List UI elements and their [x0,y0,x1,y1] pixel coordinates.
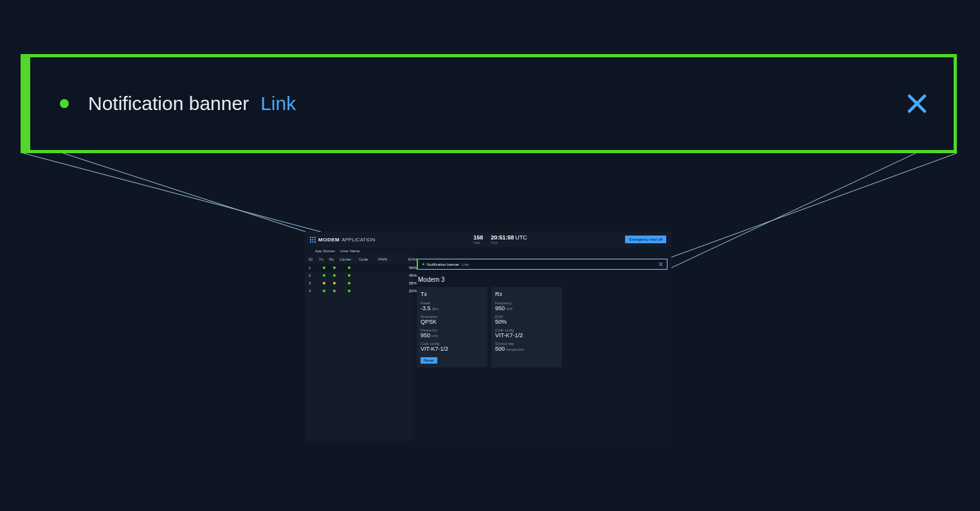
sidebar: ID Tx Rx Carrier Code PWR EVM 156%245%35… [305,255,413,441]
tx-card: Tx Power -3.5dBm Modulation QPSK Frequen… [417,287,487,367]
sidebar-row[interactable]: 422% [305,287,413,295]
sidebar-row[interactable]: 358% [305,279,413,287]
tx-dot-icon [323,290,325,292]
app-header: MODEM APPLICATION 158 Date 20:51:58UTC T… [305,232,671,247]
tx-dot-icon [323,282,325,284]
rx-dot-icon [333,290,336,292]
svg-rect-11 [314,239,316,240]
time-block: 20:51:58UTC Time [491,234,527,245]
date-block: 158 Date [473,234,483,245]
rx-card: Rx Frequency 950mHz EVM 50% Code config … [491,287,562,367]
svg-line-4 [671,153,957,257]
rx-dot-icon [333,282,336,284]
col-id: ID [309,257,319,261]
col-rx: Rx [329,257,340,261]
row-id: 4 [309,289,319,293]
tx-freq-value: 950mHz [421,332,484,339]
rx-code-value: VIT-K7-1/2 [495,332,558,339]
status-dot-icon [422,263,424,265]
status-dot-icon [60,99,69,108]
notification-banner-zoom: Notification banner Link [21,54,957,153]
rx-evm-value: 50% [495,319,558,325]
carrier-dot-icon [348,290,350,292]
rx-freq-value: 950mHz [495,305,558,311]
col-carrier: Carrier [340,257,359,261]
app-window: MODEM APPLICATION 158 Date 20:51:58UTC T… [305,232,671,441]
banner-accent [24,57,30,150]
carrier-dot-icon [348,266,350,269]
tx-power-value: -3.5dBm [421,305,484,311]
banner-link[interactable]: Link [462,263,469,266]
close-icon[interactable] [905,91,929,116]
breadcrumb-2: User Name [340,249,359,253]
row-id: 3 [309,281,319,285]
row-id: 2 [309,274,319,277]
menu-icon[interactable] [310,237,316,243]
rx-dot-icon [333,266,336,269]
sidebar-row[interactable]: 156% [305,264,413,272]
time-label: Time [491,241,498,245]
reset-button[interactable]: Reset [421,357,437,364]
tx-dot-icon [323,266,325,269]
notification-banner: Notification banner Link [417,259,667,270]
svg-rect-10 [313,239,314,240]
svg-line-5 [670,153,916,268]
svg-rect-12 [310,241,311,243]
tx-title: Tx [421,291,484,297]
date-label: Date [473,241,480,245]
banner-link[interactable]: Link [260,93,296,115]
tx-dot-icon [323,274,325,277]
rx-sym-value: 500samples/sec [495,346,558,352]
panel-title: Modem 3 [418,276,667,283]
breadcrumb: App Screen User Name [305,247,671,255]
emergency-button[interactable]: Emergency shut off [625,236,666,243]
app-title-2: APPLICATION [341,237,375,243]
rx-title: Rx [495,291,558,297]
svg-rect-8 [314,237,316,238]
time-value: 20:51:58UTC [491,234,527,241]
tx-mod-value: QPSK [421,319,484,325]
main-panel: Notification banner Link Modem 3 Tx Powe… [413,255,671,441]
carrier-dot-icon [348,274,350,277]
col-pwr: PWR [378,257,397,261]
tx-code-value: VIT-K7-1/2 [421,346,484,352]
close-icon[interactable] [658,262,663,266]
svg-rect-13 [313,241,314,243]
svg-rect-6 [310,237,311,238]
banner-accent [417,259,418,270]
svg-rect-9 [310,239,311,240]
svg-rect-7 [313,237,314,238]
date-value: 158 [473,234,483,241]
banner-text: Notification banner [88,93,249,115]
banner-text: Notification banner [427,263,459,266]
sidebar-header: ID Tx Rx Carrier Code PWR EVM [305,255,413,264]
col-code: Code [359,257,378,261]
svg-rect-14 [314,241,316,243]
carrier-dot-icon [348,282,350,284]
app-title-1: MODEM [318,237,340,243]
sidebar-row[interactable]: 245% [305,272,413,279]
row-id: 1 [309,266,319,270]
rx-dot-icon [333,274,336,277]
breadcrumb-1: App Screen [315,249,335,253]
col-tx: Tx [319,257,329,261]
